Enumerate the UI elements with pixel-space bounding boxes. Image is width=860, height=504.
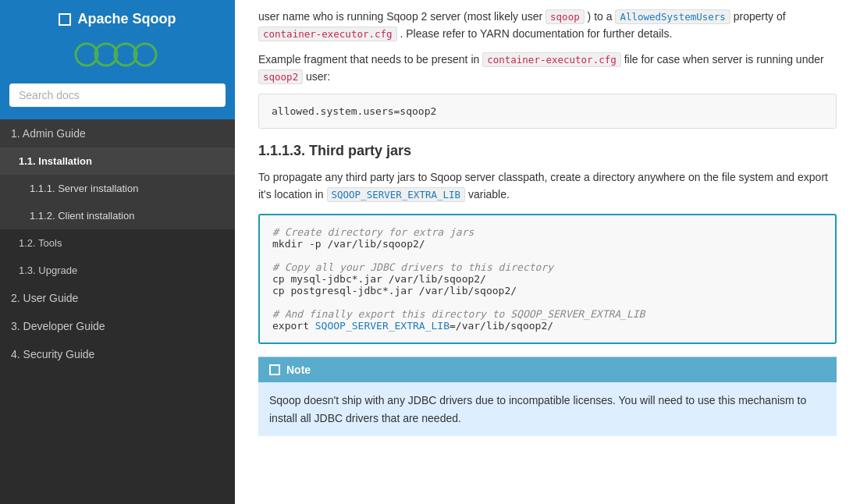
top-text-4: . Please refer to YARN documentation for…: [400, 27, 672, 40]
sidebar-item-installation[interactable]: 1.1. Installation: [0, 147, 235, 175]
fragment-code-sqoop2: sqoop2: [258, 69, 303, 84]
sidebar-item-upgrade[interactable]: 1.3. Upgrade: [0, 257, 235, 284]
simple-code-block: allowed.system.users=sqoop2: [258, 94, 837, 129]
top-text-2: ) to a: [588, 10, 616, 23]
top-link-allowed[interactable]: AllowedSystemUsers: [615, 9, 730, 24]
note-text: Sqoop doesn't ship with any JDBC drivers…: [269, 394, 806, 424]
sidebar-item-security-guide[interactable]: 4. Security Guide: [0, 340, 235, 368]
sidebar-item-admin-guide[interactable]: 1. Admin Guide: [0, 119, 235, 147]
sidebar-title: Apache Sqoop: [59, 11, 176, 27]
code-line-6: # And finally export this directory to S…: [272, 308, 823, 320]
fragment-text-3: user:: [306, 70, 330, 83]
sidebar-item-user-guide[interactable]: 2. User Guide: [0, 284, 235, 312]
sidebar-item-server-installation[interactable]: 1.1.1. Server installation: [0, 175, 235, 202]
apache-icon: [59, 13, 71, 26]
note-header: Note: [258, 357, 837, 382]
top-code-cfg: container-executor.cfg: [258, 27, 397, 41]
code-line-blank1: [272, 250, 823, 261]
code-line-blank2: [272, 296, 823, 308]
code-line-1: # Create directory for extra jars: [272, 226, 823, 238]
code-line-5: cp postgresql-jdbc*.jar /var/lib/sqoop2/: [272, 285, 823, 296]
section-code-env: SQOOP_SERVER_EXTRA_LIB: [327, 187, 466, 202]
note-body: Sqoop doesn't ship with any JDBC drivers…: [258, 382, 837, 436]
top-paragraph: user name who is running Sqoop 2 server …: [258, 8, 837, 43]
search-input[interactable]: [9, 83, 226, 107]
sidebar-app-name: Apache Sqoop: [77, 11, 176, 27]
fragment-code-cfg: container-executor.cfg: [482, 52, 621, 67]
sidebar-header: Apache Sqoop: [0, 0, 235, 119]
code-line-3: # Copy all your JDBC drivers to this dir…: [272, 261, 823, 273]
top-text-1: user name who is running Sqoop 2 server …: [258, 10, 545, 23]
section-desc-2: variable.: [468, 188, 510, 201]
sidebar-item-developer-guide[interactable]: 3. Developer Guide: [0, 312, 235, 340]
sidebar-item-tools[interactable]: 1.2. Tools: [0, 229, 235, 257]
note-title: Note: [286, 364, 311, 376]
code-line-2: mkdir -p /var/lib/sqoop2/: [272, 238, 823, 250]
note-icon: [269, 364, 280, 375]
fragment-text-2: file for case when server is running und…: [624, 53, 824, 66]
top-code-sqoop: sqoop: [545, 9, 585, 24]
fragment-paragraph: Example fragment that needs to be presen…: [258, 51, 837, 86]
section-description: To propagate any third party jars to Sqo…: [258, 169, 837, 204]
note-box: Note Sqoop doesn't ship with any JDBC dr…: [258, 357, 837, 436]
main-content: user name who is running Sqoop 2 server …: [235, 0, 860, 504]
sqoop-svg: [71, 35, 165, 74]
section-heading: 1.1.1.3. Third party jars: [258, 143, 837, 159]
top-text-3: property of: [734, 10, 786, 23]
code-line-4: cp mysql-jdbc*.jar /var/lib/sqoop2/: [272, 273, 823, 285]
sqoop-logo: [71, 35, 165, 74]
code-line-7: export SQOOP_SERVER_EXTRA_LIB=/var/lib/s…: [272, 320, 823, 332]
sidebar-item-client-installation[interactable]: 1.1.2. Client installation: [0, 202, 235, 229]
code-block-highlighted: # Create directory for extra jars mkdir …: [258, 214, 837, 344]
simple-code-text: allowed.system.users=sqoop2: [272, 105, 436, 117]
nav-section: 1. Admin Guide 1.1. Installation 1.1.1. …: [0, 119, 235, 368]
sidebar: Apache Sqoop 1. Admin Guide 1.1. Install…: [0, 0, 235, 504]
fragment-text-1: Example fragment that needs to be presen…: [258, 53, 482, 66]
